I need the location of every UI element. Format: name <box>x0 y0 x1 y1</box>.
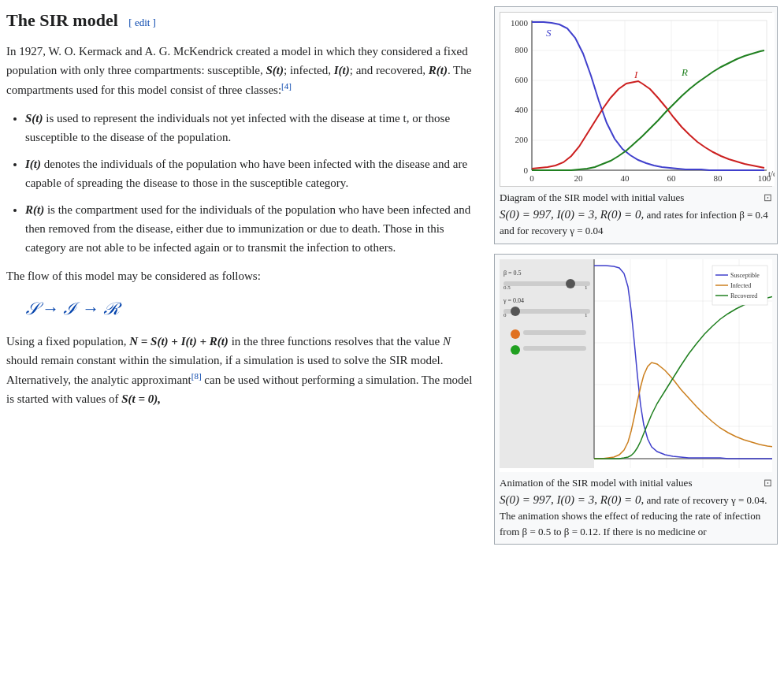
svg-text:1: 1 <box>585 312 588 318</box>
list-item: I(t) denotes the individuals of the popu… <box>25 154 481 192</box>
right-column: 0 200 400 600 800 1000 0 20 40 60 80 100… <box>494 6 778 545</box>
svg-text:Infected: Infected <box>730 282 751 289</box>
svg-text:0: 0 <box>524 165 529 175</box>
figure-1-box: 0 200 400 600 800 1000 0 20 40 60 80 100… <box>494 6 778 244</box>
bullet-2-math: I(t) <box>25 158 41 170</box>
svg-text:80: 80 <box>714 173 723 183</box>
fp-st0: S(t = 0), <box>121 392 161 405</box>
footnote-8[interactable]: [8] <box>191 371 202 381</box>
page-container: The SIR model [ edit ] In 1927, W. O. Ke… <box>6 6 778 545</box>
edit-link[interactable]: [ edit ] <box>128 17 156 28</box>
bullet-1-math: S(t) <box>25 112 43 125</box>
intro-it: I(t) <box>334 64 350 76</box>
figure-1-caption: ⊡ Diagram of the SIR model with initial … <box>500 190 772 239</box>
intro-text-3: ; and recovered, <box>350 64 429 76</box>
svg-text:1000: 1000 <box>511 18 529 28</box>
svg-point-32 <box>566 279 575 288</box>
flow-equation: 𝒮 → ℐ → ℛ <box>25 295 481 322</box>
fp-text-1: Using a fixed population, <box>6 335 129 348</box>
svg-text:400: 400 <box>515 105 529 114</box>
svg-point-36 <box>511 329 520 339</box>
title-text: The SIR model <box>6 10 118 30</box>
svg-text:20: 20 <box>574 173 584 183</box>
fp-text-2: in the three functions resolves that the… <box>229 335 443 348</box>
sir-chart-svg: 0 200 400 600 800 1000 0 20 40 60 80 100… <box>500 13 775 186</box>
figure-2-caption: ⊡ Animation of the SIR model with initia… <box>500 475 772 539</box>
list-item: S(t) is used to represent the individual… <box>25 109 481 147</box>
svg-rect-31 <box>503 281 590 286</box>
figure-1-expand[interactable]: ⊡ <box>764 190 772 206</box>
sir-chart: 0 200 400 600 800 1000 0 20 40 60 80 100… <box>500 12 772 187</box>
svg-text:Susceptible: Susceptible <box>730 272 760 279</box>
left-column: The SIR model [ edit ] In 1927, W. O. Ke… <box>6 6 481 545</box>
page-title: The SIR model [ edit ] <box>6 6 481 34</box>
bullet-3-text: is the compartment used for the individu… <box>25 203 470 254</box>
fig2-caption-eq: S(0) = 997, I(0) = 3, R(0) = 0, <box>500 493 644 506</box>
fig2-caption-pre: Animation of the SIR model with initial … <box>500 477 692 489</box>
bullet-2-text: denotes the individuals of the populatio… <box>25 158 467 189</box>
svg-text:1: 1 <box>585 284 588 291</box>
intro-paragraph: In 1927, W. O. Kermack and A. G. McKendr… <box>6 42 481 99</box>
svg-text:γ = 0.04: γ = 0.04 <box>503 297 524 304</box>
svg-text:R: R <box>681 66 688 78</box>
intro-st: S(t) <box>266 64 284 76</box>
svg-rect-1 <box>532 20 767 170</box>
svg-text:0.5: 0.5 <box>503 284 511 291</box>
svg-text:200: 200 <box>515 135 529 144</box>
fixed-pop-paragraph: Using a fixed population, N = S(t) + I(t… <box>6 332 481 408</box>
footnote-4[interactable]: [4] <box>281 81 292 91</box>
edit-anchor[interactable]: [ edit ] <box>128 17 156 28</box>
svg-text:β = 0.5: β = 0.5 <box>503 270 522 277</box>
fp-eq: N = S(t) + I(t) + R(t) <box>129 335 229 348</box>
figure-2-box: β = 0.5 γ = 0.04 <box>494 254 778 545</box>
svg-text:0: 0 <box>503 312 507 318</box>
svg-text:I: I <box>634 69 638 80</box>
svg-text:Recovered: Recovered <box>730 292 757 299</box>
bullet-list: S(t) is used to represent the individual… <box>25 109 481 257</box>
list-item: R(t) is the compartment used for the ind… <box>25 200 481 257</box>
svg-text:0: 0 <box>529 173 534 183</box>
svg-point-35 <box>511 307 520 316</box>
svg-text:40: 40 <box>621 173 630 183</box>
bullet-1-text: is used to represent the individuals not… <box>25 112 450 143</box>
fig1-caption-pre: Diagram of the SIR model with initial va… <box>500 192 684 203</box>
svg-text:S: S <box>546 27 552 39</box>
animation-svg: β = 0.5 γ = 0.04 <box>500 259 772 468</box>
fp-n: N <box>443 335 451 348</box>
figure-2-expand[interactable]: ⊡ <box>764 475 772 491</box>
bullet-3-math: R(t) <box>25 203 44 216</box>
svg-text:t/d: t/d <box>768 169 775 178</box>
fig1-caption-eq: S(0) = 997, I(0) = 3, R(0) = 0, <box>500 208 644 221</box>
svg-text:60: 60 <box>667 173 677 183</box>
intro-rt: R(t) <box>429 64 448 76</box>
svg-text:800: 800 <box>515 45 529 54</box>
svg-point-38 <box>511 345 520 355</box>
animation-figure: β = 0.5 γ = 0.04 <box>500 259 772 473</box>
svg-text:600: 600 <box>515 75 529 84</box>
svg-rect-29 <box>500 259 594 468</box>
flow-text: The flow of this model may be considered… <box>6 266 481 285</box>
svg-rect-37 <box>523 330 586 335</box>
svg-rect-39 <box>523 346 586 351</box>
intro-text-2: ; infected, <box>284 64 334 76</box>
